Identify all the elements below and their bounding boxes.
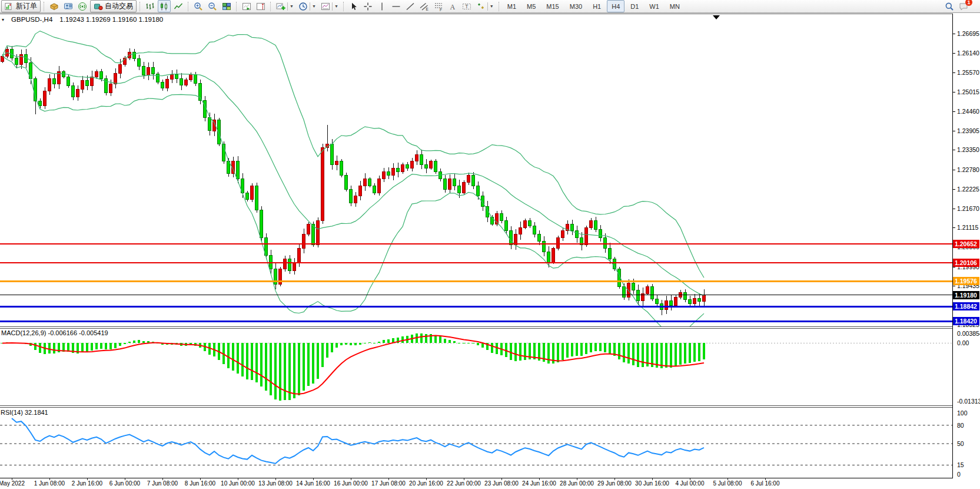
- price-tick-label: 1.24460: [957, 108, 979, 115]
- time-tick-label: 8 Jun 16:00: [185, 480, 215, 487]
- chevron-down-icon[interactable]: ▾: [2, 17, 4, 22]
- time-tick-label: 20 Jun 16:00: [409, 480, 443, 487]
- vertical-line-icon: [377, 2, 387, 11]
- button-label: W1: [649, 3, 659, 10]
- price-tick-label: 1.22780: [957, 166, 979, 173]
- chevron-down-icon[interactable]: ▼: [287, 2, 294, 11]
- equidistant-channel-button[interactable]: E: [418, 0, 431, 12]
- bar-chart-button[interactable]: [144, 0, 157, 12]
- rsi-name: RSI(14): [1, 409, 23, 416]
- terminal-button[interactable]: [62, 0, 75, 12]
- tick-mark: [953, 92, 955, 92]
- price-level-chip: 1.18842: [953, 302, 979, 310]
- tick-mark: [953, 286, 955, 286]
- arrows-button[interactable]: ▼: [474, 0, 496, 12]
- fibonacci-button[interactable]: F: [432, 0, 445, 12]
- signals-button[interactable]: [76, 0, 89, 12]
- line-chart-button[interactable]: [172, 0, 185, 12]
- rsi-panel[interactable]: [0, 408, 952, 477]
- candlestick-chart-button[interactable]: [158, 0, 171, 12]
- text-label-button[interactable]: T: [460, 0, 473, 12]
- zoom-out-button[interactable]: [206, 0, 219, 12]
- trendline-button[interactable]: [404, 0, 417, 12]
- timeframe-m5-button[interactable]: M5: [522, 0, 540, 12]
- price-chart-panel[interactable]: [0, 14, 952, 326]
- bollinger-bands: [2, 31, 704, 326]
- timeframe-h4-button[interactable]: H4: [607, 0, 624, 12]
- timeframe-m30-button[interactable]: M30: [565, 0, 587, 12]
- autotrading-icon: [94, 2, 103, 11]
- time-axis[interactable]: May 20221 Jun 08:002 Jun 16:006 Jun 00:0…: [0, 478, 952, 489]
- tick-mark: [953, 189, 955, 190]
- time-tick-label: 5 Jul 08:00: [713, 480, 742, 487]
- crosshair-button[interactable]: [361, 0, 374, 12]
- chart-shift-button[interactable]: [254, 0, 267, 12]
- fibonacci-icon: F: [434, 2, 443, 11]
- chevron-down-icon[interactable]: ▼: [332, 2, 338, 11]
- price-tick-label: 1.23350: [957, 146, 979, 153]
- price-axis[interactable]: 1.266951.261401.255701.250151.244601.239…: [953, 14, 980, 478]
- timeframe-m1-button[interactable]: M1: [503, 0, 521, 12]
- macd-name: MACD(12,26,9): [1, 329, 46, 336]
- macd-values: -0.006166 -0.005419: [48, 329, 108, 336]
- tick-mark: [953, 53, 955, 54]
- search-icon: [945, 2, 954, 11]
- zoom-in-icon: [194, 2, 203, 11]
- price-tick: 1.23350: [953, 146, 979, 153]
- zoom-in-button[interactable]: [192, 0, 205, 12]
- price-level-chip: 1.19576: [953, 277, 979, 285]
- toolbar-separator: [188, 2, 189, 11]
- templates-button[interactable]: ▼: [319, 0, 340, 12]
- chevron-down-icon[interactable]: ▼: [310, 2, 316, 11]
- time-tick-label: 6 Jun 00:00: [109, 480, 140, 487]
- time-tick-label: 10 Jun 00:00: [221, 480, 255, 487]
- time-tick-label: 4 Jul 00:00: [676, 480, 705, 487]
- cursor-button[interactable]: [347, 0, 360, 12]
- time-tick-label: 23 Jun 08:00: [484, 480, 519, 487]
- button-label: H1: [593, 3, 601, 10]
- price-tick-label: 1.21115: [957, 224, 978, 231]
- text-icon: A: [448, 2, 457, 11]
- auto-scroll-button[interactable]: [240, 0, 253, 12]
- autotrading-button[interactable]: 自动交易: [90, 0, 137, 12]
- timeframe-w1-button[interactable]: W1: [645, 0, 664, 12]
- price-tick: 1.25015: [953, 88, 979, 95]
- button-label: M5: [527, 3, 536, 10]
- price-tick: 1.21670: [953, 205, 979, 212]
- signals-icon: [78, 2, 87, 11]
- chevron-down-icon[interactable]: ▼: [487, 2, 494, 11]
- indicators-button[interactable]: ▼: [274, 0, 295, 12]
- time-tick-label: 30 Jun 16:00: [635, 480, 669, 487]
- toolbar-separator: [236, 2, 237, 11]
- tile-windows-button[interactable]: [220, 0, 233, 12]
- mt4-window: 新订单自动交易▼▼▼EFAT▼M1M5M15M30H1H4D1W1MN1 ▾ G…: [0, 0, 980, 489]
- search-button[interactable]: [943, 0, 956, 12]
- periods-icon: [298, 2, 308, 11]
- price-level-chip: 1.18420: [953, 317, 979, 325]
- chart-shift-marker: [713, 15, 720, 19]
- price-tick: 1.26140: [953, 49, 979, 57]
- time-tick-label: 17 Jun 08:00: [371, 480, 406, 487]
- chat-button[interactable]: 1: [957, 0, 970, 12]
- text-button[interactable]: A: [446, 0, 459, 12]
- timeframe-m15-button[interactable]: M15: [542, 0, 563, 12]
- price-tick: 1.23905: [953, 127, 979, 134]
- svg-text:E: E: [426, 7, 428, 11]
- button-label: MN: [670, 3, 680, 10]
- rsi-axis-label: 15: [957, 461, 964, 468]
- toolbar: 新订单自动交易▼▼▼EFAT▼M1M5M15M30H1H4D1W1MN1: [0, 0, 980, 13]
- toolbar-separator: [44, 2, 45, 11]
- tick-mark: [953, 170, 955, 170]
- new-order-button[interactable]: 新订单: [1, 0, 41, 12]
- timeframe-d1-button[interactable]: D1: [626, 0, 643, 12]
- macd-axis-zero: 0.00: [957, 339, 969, 346]
- toolbar-separator: [499, 2, 500, 11]
- market-watch-button[interactable]: [48, 0, 61, 12]
- horizontal-line-button[interactable]: [390, 0, 403, 12]
- macd-panel[interactable]: [0, 329, 952, 405]
- periods-button[interactable]: ▼: [297, 0, 318, 12]
- timeframe-mn-button[interactable]: MN: [665, 0, 685, 12]
- crosshair-icon: [363, 2, 373, 11]
- timeframe-h1-button[interactable]: H1: [588, 0, 606, 12]
- vertical-line-button[interactable]: [376, 0, 388, 12]
